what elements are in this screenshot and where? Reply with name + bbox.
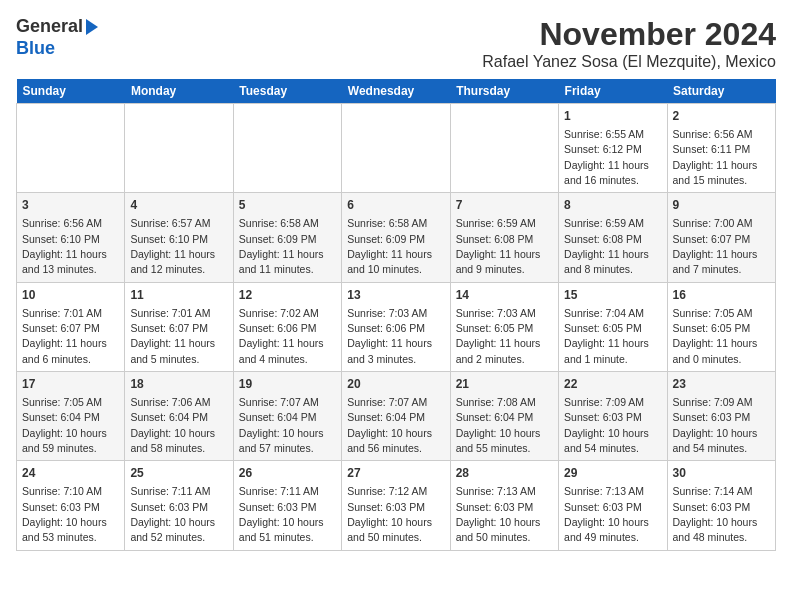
logo-blue: Blue [16,38,98,60]
day-number: 27 [347,465,444,482]
day-number: 9 [673,197,770,214]
day-number: 17 [22,376,119,393]
calendar-cell: 19Sunrise: 7:07 AM Sunset: 6:04 PM Dayli… [233,372,341,461]
calendar-cell: 26Sunrise: 7:11 AM Sunset: 6:03 PM Dayli… [233,461,341,550]
day-info: Sunrise: 7:11 AM Sunset: 6:03 PM Dayligh… [239,485,324,543]
calendar-cell: 24Sunrise: 7:10 AM Sunset: 6:03 PM Dayli… [17,461,125,550]
calendar-cell: 25Sunrise: 7:11 AM Sunset: 6:03 PM Dayli… [125,461,233,550]
day-number: 22 [564,376,661,393]
day-number: 12 [239,287,336,304]
calendar-day-header: Wednesday [342,79,450,104]
calendar-cell: 10Sunrise: 7:01 AM Sunset: 6:07 PM Dayli… [17,282,125,371]
day-number: 1 [564,108,661,125]
day-info: Sunrise: 7:03 AM Sunset: 6:06 PM Dayligh… [347,307,432,365]
calendar-week-row: 10Sunrise: 7:01 AM Sunset: 6:07 PM Dayli… [17,282,776,371]
day-number: 21 [456,376,553,393]
page-subtitle: Rafael Yanez Sosa (El Mezquite), Mexico [482,53,776,71]
calendar-cell: 20Sunrise: 7:07 AM Sunset: 6:04 PM Dayli… [342,372,450,461]
calendar-week-row: 17Sunrise: 7:05 AM Sunset: 6:04 PM Dayli… [17,372,776,461]
calendar-cell: 1Sunrise: 6:55 AM Sunset: 6:12 PM Daylig… [559,104,667,193]
calendar-table: SundayMondayTuesdayWednesdayThursdayFrid… [16,79,776,551]
day-number: 28 [456,465,553,482]
calendar-cell [450,104,558,193]
logo: General Blue [16,16,98,59]
page-header: General Blue November 2024 Rafael Yanez … [16,16,776,71]
day-info: Sunrise: 7:07 AM Sunset: 6:04 PM Dayligh… [239,396,324,454]
calendar-week-row: 3Sunrise: 6:56 AM Sunset: 6:10 PM Daylig… [17,193,776,282]
day-info: Sunrise: 7:13 AM Sunset: 6:03 PM Dayligh… [456,485,541,543]
calendar-cell: 30Sunrise: 7:14 AM Sunset: 6:03 PM Dayli… [667,461,775,550]
calendar-day-header: Tuesday [233,79,341,104]
calendar-cell: 12Sunrise: 7:02 AM Sunset: 6:06 PM Dayli… [233,282,341,371]
day-info: Sunrise: 7:00 AM Sunset: 6:07 PM Dayligh… [673,217,758,275]
calendar-cell [342,104,450,193]
calendar-cell: 9Sunrise: 7:00 AM Sunset: 6:07 PM Daylig… [667,193,775,282]
day-info: Sunrise: 6:59 AM Sunset: 6:08 PM Dayligh… [564,217,649,275]
calendar-cell: 11Sunrise: 7:01 AM Sunset: 6:07 PM Dayli… [125,282,233,371]
day-number: 19 [239,376,336,393]
day-number: 25 [130,465,227,482]
calendar-cell: 6Sunrise: 6:58 AM Sunset: 6:09 PM Daylig… [342,193,450,282]
day-info: Sunrise: 7:14 AM Sunset: 6:03 PM Dayligh… [673,485,758,543]
day-number: 5 [239,197,336,214]
day-number: 14 [456,287,553,304]
day-number: 23 [673,376,770,393]
day-number: 20 [347,376,444,393]
calendar-cell: 7Sunrise: 6:59 AM Sunset: 6:08 PM Daylig… [450,193,558,282]
day-info: Sunrise: 7:12 AM Sunset: 6:03 PM Dayligh… [347,485,432,543]
calendar-cell: 18Sunrise: 7:06 AM Sunset: 6:04 PM Dayli… [125,372,233,461]
logo-general: General [16,16,83,38]
calendar-cell: 3Sunrise: 6:56 AM Sunset: 6:10 PM Daylig… [17,193,125,282]
day-info: Sunrise: 6:56 AM Sunset: 6:11 PM Dayligh… [673,128,758,186]
calendar-day-header: Monday [125,79,233,104]
calendar-week-row: 1Sunrise: 6:55 AM Sunset: 6:12 PM Daylig… [17,104,776,193]
day-number: 2 [673,108,770,125]
calendar-cell: 14Sunrise: 7:03 AM Sunset: 6:05 PM Dayli… [450,282,558,371]
day-number: 26 [239,465,336,482]
calendar-cell: 13Sunrise: 7:03 AM Sunset: 6:06 PM Dayli… [342,282,450,371]
day-number: 30 [673,465,770,482]
day-number: 6 [347,197,444,214]
day-info: Sunrise: 6:58 AM Sunset: 6:09 PM Dayligh… [239,217,324,275]
calendar-cell: 29Sunrise: 7:13 AM Sunset: 6:03 PM Dayli… [559,461,667,550]
day-number: 13 [347,287,444,304]
day-number: 8 [564,197,661,214]
calendar-cell: 21Sunrise: 7:08 AM Sunset: 6:04 PM Dayli… [450,372,558,461]
title-block: November 2024 Rafael Yanez Sosa (El Mezq… [482,16,776,71]
day-info: Sunrise: 7:09 AM Sunset: 6:03 PM Dayligh… [564,396,649,454]
day-number: 16 [673,287,770,304]
day-number: 3 [22,197,119,214]
day-number: 7 [456,197,553,214]
day-number: 18 [130,376,227,393]
calendar-cell: 4Sunrise: 6:57 AM Sunset: 6:10 PM Daylig… [125,193,233,282]
day-info: Sunrise: 7:08 AM Sunset: 6:04 PM Dayligh… [456,396,541,454]
day-info: Sunrise: 7:04 AM Sunset: 6:05 PM Dayligh… [564,307,649,365]
day-info: Sunrise: 7:09 AM Sunset: 6:03 PM Dayligh… [673,396,758,454]
day-info: Sunrise: 7:01 AM Sunset: 6:07 PM Dayligh… [130,307,215,365]
day-info: Sunrise: 7:03 AM Sunset: 6:05 PM Dayligh… [456,307,541,365]
day-info: Sunrise: 7:06 AM Sunset: 6:04 PM Dayligh… [130,396,215,454]
day-info: Sunrise: 7:13 AM Sunset: 6:03 PM Dayligh… [564,485,649,543]
day-info: Sunrise: 7:05 AM Sunset: 6:05 PM Dayligh… [673,307,758,365]
calendar-body: 1Sunrise: 6:55 AM Sunset: 6:12 PM Daylig… [17,104,776,551]
calendar-day-header: Sunday [17,79,125,104]
calendar-cell: 2Sunrise: 6:56 AM Sunset: 6:11 PM Daylig… [667,104,775,193]
calendar-cell: 27Sunrise: 7:12 AM Sunset: 6:03 PM Dayli… [342,461,450,550]
day-number: 24 [22,465,119,482]
page-title: November 2024 [482,16,776,53]
day-info: Sunrise: 7:01 AM Sunset: 6:07 PM Dayligh… [22,307,107,365]
day-number: 11 [130,287,227,304]
day-info: Sunrise: 6:57 AM Sunset: 6:10 PM Dayligh… [130,217,215,275]
calendar-day-header: Saturday [667,79,775,104]
day-info: Sunrise: 6:58 AM Sunset: 6:09 PM Dayligh… [347,217,432,275]
day-number: 29 [564,465,661,482]
calendar-cell [233,104,341,193]
day-info: Sunrise: 6:59 AM Sunset: 6:08 PM Dayligh… [456,217,541,275]
calendar-cell: 8Sunrise: 6:59 AM Sunset: 6:08 PM Daylig… [559,193,667,282]
calendar-day-header: Thursday [450,79,558,104]
calendar-week-row: 24Sunrise: 7:10 AM Sunset: 6:03 PM Dayli… [17,461,776,550]
calendar-cell: 5Sunrise: 6:58 AM Sunset: 6:09 PM Daylig… [233,193,341,282]
calendar-day-header: Friday [559,79,667,104]
day-info: Sunrise: 7:05 AM Sunset: 6:04 PM Dayligh… [22,396,107,454]
calendar-cell: 28Sunrise: 7:13 AM Sunset: 6:03 PM Dayli… [450,461,558,550]
